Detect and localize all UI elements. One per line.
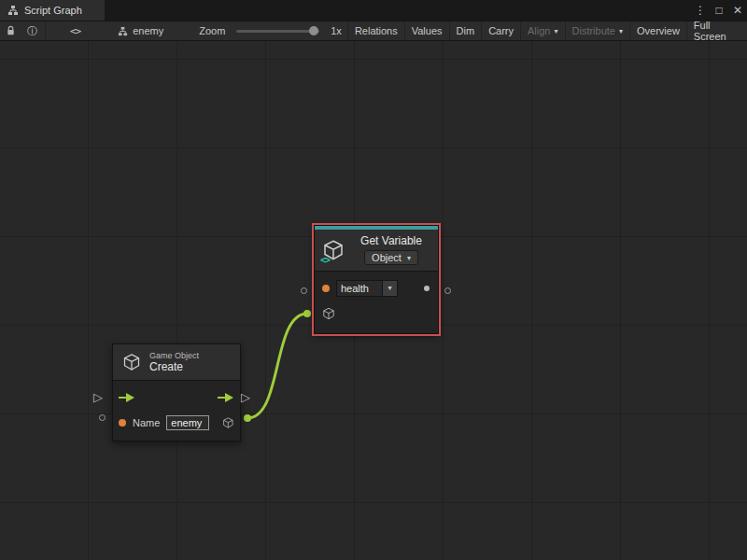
get-variable-body: ▾ — [315, 271, 438, 333]
dim-button[interactable]: Dim — [449, 21, 482, 40]
lock-button[interactable] — [0, 21, 21, 40]
info-icon: ⓘ — [27, 24, 37, 38]
toolbar-separator — [45, 21, 46, 40]
fullscreen-label: Full Screen — [694, 20, 740, 42]
game-object-port-icon[interactable] — [322, 307, 335, 320]
create-flow-out-port[interactable]: ▷ — [241, 391, 250, 403]
zoom-value: 1x — [325, 21, 347, 40]
get-variable-right-port[interactable] — [444, 287, 451, 294]
node-category: Game Object — [149, 351, 199, 360]
get-variable-left-port[interactable] — [301, 287, 307, 294]
create-header[interactable]: Game Object Create — [113, 344, 240, 381]
inspect-button[interactable]: ⓘ — [21, 21, 43, 40]
code-badge-icon: <> — [320, 255, 330, 265]
variable-name-input[interactable] — [336, 280, 383, 297]
carry-label: Carry — [488, 25, 514, 36]
relations-button[interactable]: Relations — [347, 21, 404, 40]
node-title: Get Variable — [360, 234, 422, 247]
variable-name-field: ▾ — [336, 280, 398, 297]
create-node[interactable]: Game Object Create Name — [112, 343, 241, 441]
value-output-port[interactable] — [424, 286, 430, 291]
fullscreen-button[interactable]: Full Screen — [686, 21, 747, 40]
graph-toolbar: ⓘ <> enemy Zoom 1x Relations Values Dim … — [0, 21, 747, 41]
menu-icon[interactable]: ⋮ — [691, 0, 710, 21]
window-controls: ⋮ □ ✕ — [691, 0, 747, 21]
distribute-button[interactable]: Distribute ▾ — [565, 21, 629, 40]
chevron-down-icon: ▾ — [407, 254, 411, 262]
graph-asset-name: enemy — [133, 25, 163, 36]
value-input-port[interactable] — [322, 285, 330, 292]
name-param-row: Name — [119, 410, 234, 435]
node-title: Create — [149, 360, 199, 373]
align-button[interactable]: Align ▾ — [520, 21, 564, 40]
wire-end-port[interactable] — [303, 310, 311, 317]
distribute-label: Distribute — [572, 25, 615, 36]
overview-button[interactable]: Overview — [629, 21, 686, 40]
flow-in-arrow-icon[interactable] — [119, 393, 135, 402]
connection-wire[interactable] — [247, 314, 307, 418]
chevron-down-icon: ▾ — [619, 27, 623, 35]
zoom-slider[interactable] — [236, 30, 319, 33]
game-object-output-icon[interactable] — [222, 416, 234, 429]
carry-button[interactable]: Carry — [481, 21, 520, 40]
close-icon[interactable]: ✕ — [728, 0, 747, 21]
flow-out-arrow-icon[interactable] — [218, 393, 234, 402]
zoom-slider-handle[interactable] — [309, 26, 318, 35]
create-body: Name — [113, 381, 240, 441]
tab-title: Script Graph — [24, 5, 82, 16]
dim-label: Dim — [457, 25, 475, 36]
title-bar: Script Graph ⋮ □ ✕ — [0, 0, 747, 21]
values-button[interactable]: Values — [404, 21, 449, 40]
create-header-text: Game Object Create — [149, 351, 199, 373]
variable-name-dropdown[interactable]: ▾ — [383, 280, 398, 297]
variable-cube-icon: <> — [322, 239, 345, 261]
overview-label: Overview — [637, 25, 680, 36]
scope-label: Object — [372, 252, 402, 263]
get-variable-header[interactable]: <> Get Variable Object ▾ — [315, 230, 438, 271]
name-input-port[interactable] — [119, 419, 126, 427]
graph-icon — [7, 5, 19, 16]
relations-label: Relations — [355, 25, 398, 36]
maximize-icon[interactable]: □ — [710, 0, 728, 21]
wire-start-port[interactable] — [244, 414, 251, 422]
create-name-in-port[interactable] — [99, 414, 106, 421]
get-variable-header-text: Get Variable Object ▾ — [352, 234, 430, 265]
chevron-down-icon: ▾ — [554, 27, 557, 35]
variable-scope-dropdown[interactable]: Object ▾ — [364, 250, 418, 265]
graph-canvas[interactable]: <> Get Variable Object ▾ ▾ — [0, 41, 747, 560]
flow-port-row — [119, 385, 234, 410]
code-icon: <> — [70, 25, 80, 37]
align-label: Align — [528, 25, 550, 36]
values-label: Values — [412, 25, 443, 36]
param-label: Name — [133, 417, 160, 428]
variable-name-row: ▾ — [322, 275, 430, 301]
chevron-down-icon: ▾ — [388, 284, 391, 292]
tab-script-graph[interactable]: Script Graph — [0, 0, 105, 21]
script-graph-asset-icon — [118, 26, 128, 36]
create-flow-in-port[interactable]: ▷ — [93, 391, 103, 403]
get-variable-node[interactable]: <> Get Variable Object ▾ ▾ — [314, 225, 439, 334]
edit-graph-button[interactable]: <> — [64, 21, 86, 40]
name-value-input[interactable] — [166, 415, 209, 430]
zoom-label: Zoom — [193, 21, 231, 40]
game-object-cube-icon — [122, 353, 141, 371]
graph-asset[interactable]: enemy — [112, 21, 169, 40]
toolbar-button-group: Relations Values Dim Carry Align ▾ Distr… — [347, 21, 747, 40]
object-port-row — [322, 301, 430, 326]
lock-icon — [6, 25, 16, 36]
